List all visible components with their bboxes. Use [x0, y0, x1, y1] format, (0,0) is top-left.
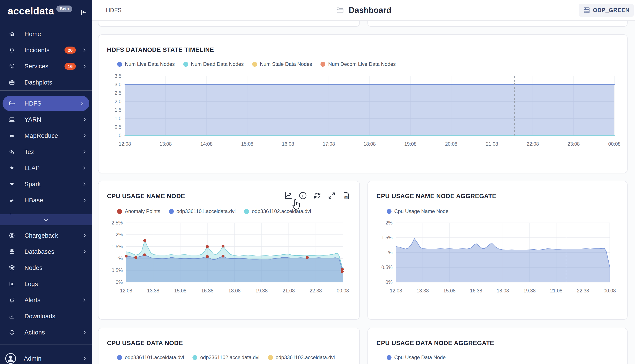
sidebar-item-label: Services [25, 63, 49, 70]
chevron-right-icon [82, 249, 87, 254]
sidebar-item-label: MapReduce [25, 132, 58, 139]
svg-text:21:08: 21:08 [283, 288, 295, 294]
sidebar-item-incidents[interactable]: Incidents 26 [0, 42, 92, 58]
cpu-name-node-area-chart[interactable]: 0%0.5%1%1.5%2%2.5%12:0813:3815:0816:3818… [104, 217, 355, 300]
sidebar-item-chargeback[interactable]: Chargeback [0, 228, 92, 244]
avatar-icon [4, 352, 18, 364]
sidebar-item-logs[interactable]: Logs [0, 276, 92, 292]
sidebar-item-yarn[interactable]: YARN [0, 112, 92, 128]
svg-text:12:08: 12:08 [119, 141, 131, 147]
expand-button[interactable] [327, 191, 336, 200]
chevron-right-icon [82, 117, 87, 122]
cpu-name-node-aggregate-area-chart[interactable]: 0%0.5%1%1.5%2%12:0813:3815:0816:3818:081… [373, 217, 623, 300]
svg-text:13:38: 13:38 [147, 288, 159, 294]
legend: Num Live Data Nodes Num Dead Data Nodes … [117, 61, 396, 67]
svg-text:22:38: 22:38 [577, 288, 589, 294]
info-button[interactable] [298, 191, 308, 200]
divider [0, 90, 92, 91]
sidebar-item-llap[interactable]: LLAP [0, 160, 92, 176]
database-icon [9, 248, 15, 255]
environment-label: ODP_GREEN [593, 7, 629, 14]
sidebar-item-label: Alerts [25, 297, 40, 304]
svg-text:1.0: 1.0 [115, 116, 121, 121]
hdfs-datanode-state-timeline-svg: 00.51.01.52.02.53.03.512:0813:0814:0815:… [104, 70, 621, 153]
legend-item[interactable]: Num Decom Live Data Nodes [320, 61, 395, 67]
svg-text:17:08: 17:08 [323, 141, 335, 147]
line-chart-toggle-button[interactable] [284, 191, 293, 200]
svg-text:14:08: 14:08 [200, 141, 213, 147]
partial-item-icon [9, 208, 15, 214]
chevron-right-icon [82, 149, 87, 154]
svg-text:13:38: 13:38 [416, 288, 429, 294]
sidebar-item-hdfs[interactable]: HDFS [3, 96, 89, 111]
export-csv-button[interactable] [342, 191, 351, 200]
sidebar-item-downloads[interactable]: Downloads [0, 308, 92, 324]
sidebar-item-spark[interactable]: Spark [0, 176, 92, 192]
legend-label: Num Decom Live Data Nodes [328, 61, 395, 67]
sidebar-item-admin[interactable]: Admin [0, 348, 92, 364]
legend: Cpu Usage Name Node [387, 208, 449, 214]
svg-text:21:08: 21:08 [550, 288, 562, 294]
folder-icon [336, 6, 344, 15]
legend-item[interactable]: odp3361101.acceldata.dvl [169, 208, 236, 214]
sidebar-item-nodes[interactable]: Nodes [0, 260, 92, 276]
legend-label: Num Dead Data Nodes [191, 61, 244, 67]
environment-selector[interactable]: ODP_GREEN [579, 4, 634, 17]
svg-text:12:08: 12:08 [390, 288, 402, 294]
svg-text:19:08: 19:08 [404, 141, 416, 147]
legend-item[interactable]: Num Dead Data Nodes [183, 61, 244, 67]
sidebar-item-actions[interactable]: Actions [0, 324, 92, 340]
card-title: CPU USAGE DATA NODE [107, 340, 183, 346]
legend-item[interactable]: Anomaly Points [117, 208, 160, 214]
legend: Cpu Usage Data Node [387, 354, 446, 360]
card-cpu-usage-data-node: CPU USAGE DATA NODE odp3361101.acceldata… [98, 328, 360, 364]
legend-dot [268, 355, 273, 360]
briefcase-icon [9, 79, 15, 86]
svg-text:2.5%: 2.5% [112, 220, 123, 226]
sidebar-item-databases[interactable]: Databases [0, 244, 92, 260]
legend-dot [320, 62, 325, 67]
svg-text:23:08: 23:08 [567, 141, 580, 147]
folder-open-icon [9, 100, 15, 107]
sidebar-expander[interactable] [0, 214, 92, 225]
svg-text:12:08: 12:08 [120, 288, 132, 294]
svg-text:1%: 1% [116, 256, 123, 261]
sidebar-item-hbase[interactable]: HBase [0, 192, 92, 208]
svg-text:0: 0 [119, 133, 121, 138]
sidebar-item-services[interactable]: Services 16 [0, 58, 92, 74]
sidebar-item-label: Logs [25, 280, 38, 288]
chevron-right-icon [82, 165, 87, 171]
sidebar-item-dashplots[interactable]: Dashplots [0, 74, 92, 90]
actions-icon [9, 329, 15, 336]
legend-item[interactable]: odp3361102.acceldata.dvl [192, 354, 259, 360]
sidebar-collapse-icon[interactable] [80, 8, 87, 16]
card-hdfs-datanode-state-timeline: HDFS DATANODE STATE TIMELINE Num Live Da… [98, 34, 627, 173]
legend-item[interactable]: Cpu Usage Name Node [387, 208, 449, 214]
breadcrumb[interactable]: HDFS [106, 7, 122, 14]
svg-text:1.5%: 1.5% [112, 244, 123, 249]
servers-icon [583, 6, 590, 14]
svg-text:0.5: 0.5 [115, 124, 121, 130]
svg-text:19:38: 19:38 [523, 288, 536, 294]
sidebar-item-label: HDFS [25, 100, 42, 107]
sidebar-item-label: YARN [25, 116, 41, 123]
legend-item[interactable]: odp3361101.acceldata.dvl [117, 354, 184, 360]
sidebar-item-home[interactable]: Home [0, 26, 92, 42]
sidebar-item-label: Home [25, 30, 41, 38]
legend-item[interactable]: odp3361102.acceldata.dvl [244, 208, 311, 214]
card-title: CPU USAGE DATA NODE AGGREGATE [376, 340, 494, 346]
legend-item[interactable]: Num Live Data Nodes [117, 61, 175, 67]
svg-text:1.5: 1.5 [115, 107, 121, 113]
home-icon [9, 30, 15, 38]
legend-item[interactable]: Num Stale Data Nodes [252, 61, 312, 67]
sidebar-item-alerts[interactable]: Alerts [0, 292, 92, 308]
legend-item[interactable]: Cpu Usage Data Node [387, 354, 446, 360]
legend-label: odp3361103.acceldata.dvl [276, 354, 335, 360]
refresh-button[interactable] [313, 191, 322, 200]
legend-label: Cpu Usage Name Node [394, 208, 449, 214]
legend-label: odp3361102.acceldata.dvl [200, 354, 259, 360]
timeline-area-chart[interactable]: 00.51.01.52.02.53.03.512:0813:0814:0815:… [104, 70, 621, 153]
sidebar-item-mapreduce[interactable]: MapReduce [0, 128, 92, 144]
legend-item[interactable]: odp3361103.acceldata.dvl [268, 354, 335, 360]
sidebar-item-tez[interactable]: Tez [0, 144, 92, 160]
